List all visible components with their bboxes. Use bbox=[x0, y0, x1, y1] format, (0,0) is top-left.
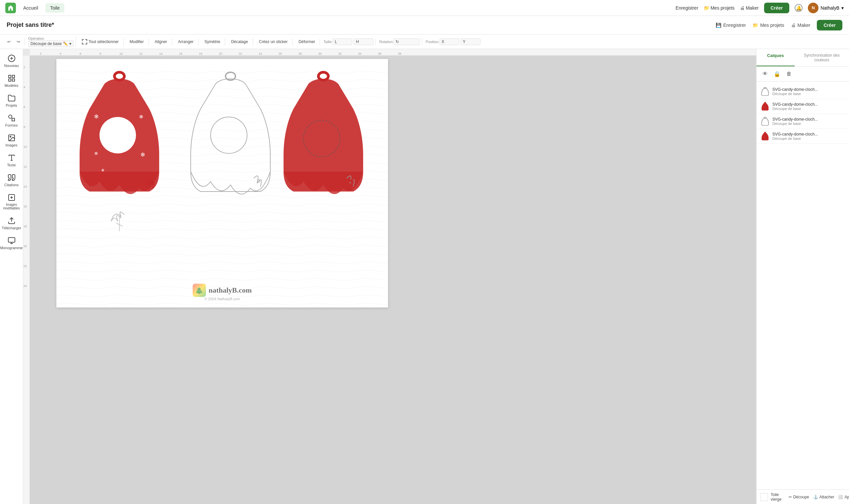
layer-sub: Découpe de base bbox=[773, 107, 845, 111]
canvas-content[interactable]: ❄ ❄ ❄ ❄ ❄ bbox=[30, 56, 756, 504]
sidebar-label-monogramme: Monogramme bbox=[0, 246, 23, 250]
ruler-horizontal: 2 4 6 8 10 12 14 16 18 20 22 24 26 28 30… bbox=[30, 49, 756, 56]
width-input[interactable]: L bbox=[332, 38, 352, 45]
maker-action[interactable]: 🖨 Maker bbox=[791, 22, 811, 28]
sidebar-item-citations[interactable]: Citations bbox=[1, 171, 22, 190]
pencil-icon: ✏️ bbox=[63, 41, 68, 46]
creer-button[interactable]: Créer bbox=[764, 3, 790, 13]
mes-projets-button[interactable]: 📁 Mes projets bbox=[704, 5, 734, 11]
sidebar-item-projets[interactable]: Projets bbox=[1, 91, 22, 110]
toile-label: Toile vierge bbox=[771, 492, 785, 502]
layer-sub: Découpe de base bbox=[773, 92, 845, 96]
svg-rect-15 bbox=[8, 238, 15, 242]
watermark: 🎄 nathalyB.com © 2024 NathalyB.com bbox=[193, 284, 252, 301]
sidebar-label-texte: Texte bbox=[7, 163, 16, 167]
sidebar-label-images-modifiables: Images modifiables bbox=[2, 203, 21, 210]
main-toolbar: ↩ ↪ Opération Découpe de base ✏️ ▾ Tout … bbox=[0, 34, 849, 49]
attacher-button[interactable]: ⚓ Attacher bbox=[813, 495, 834, 499]
avatar: N bbox=[808, 3, 818, 13]
watermark-text: nathalyB.com bbox=[209, 286, 252, 294]
enregistrer-action[interactable]: 💾 Enregistrer bbox=[716, 22, 746, 28]
tab-calques[interactable]: Calques bbox=[757, 49, 795, 66]
sidebar-item-images-modifiables[interactable]: Images modifiables bbox=[1, 191, 22, 213]
layer-item[interactable]: SVG-candy-dome-cloch... Découpe de base bbox=[757, 114, 849, 129]
layer-icon-outline bbox=[760, 87, 770, 96]
rotation-input[interactable]: ↻ bbox=[393, 38, 420, 45]
eye-icon[interactable]: 👁 bbox=[760, 69, 770, 78]
aligner-group: Aligner bbox=[150, 38, 172, 46]
decoupe-button[interactable]: ✂ Découpe bbox=[789, 495, 809, 499]
sticker-button[interactable]: Créez un sticker bbox=[256, 38, 291, 46]
sidebar-item-telecharger[interactable]: Télécharger bbox=[1, 214, 22, 233]
sidebar-label-citations: Citations bbox=[4, 183, 19, 187]
layer-sub: Découpe de base bbox=[773, 122, 845, 126]
layer-item[interactable]: SVG-candy-dome-cloch... Découpe de base bbox=[757, 84, 849, 99]
tout-selectionner-button[interactable]: Tout sélectionner bbox=[79, 38, 121, 46]
sidebar-item-modeles[interactable]: Modèles bbox=[1, 72, 22, 90]
svg-point-10 bbox=[10, 136, 11, 137]
sidebar-item-formes[interactable]: Formes bbox=[1, 111, 22, 130]
sidebar-label-nouveau: Nouveau bbox=[4, 64, 19, 68]
layer-text: SVG-candy-dome-cloch... Découpe de base bbox=[773, 117, 845, 126]
sidebar-item-monogramme[interactable]: Monogramme bbox=[1, 234, 22, 252]
arranger-button[interactable]: Arranger bbox=[175, 38, 196, 46]
right-toolbar: 👁 🔒 🗑 bbox=[757, 67, 849, 82]
modifier-button[interactable]: Modifier bbox=[127, 38, 146, 46]
position-label: Position bbox=[426, 40, 438, 44]
toile-vierge: Toile vierge bbox=[760, 492, 785, 502]
sidebar-item-images[interactable]: Images bbox=[1, 131, 22, 150]
svg-rect-8 bbox=[12, 118, 15, 121]
project-bar: Projet sans titre* 💾 Enregistrer 📁 Mes p… bbox=[0, 16, 849, 34]
svg-point-36 bbox=[764, 117, 766, 118]
svg-text:❄: ❄ bbox=[139, 114, 143, 120]
tab-accueil[interactable]: Accueil bbox=[19, 3, 43, 13]
project-title[interactable]: Projet sans titre* bbox=[7, 21, 54, 29]
app-logo[interactable] bbox=[5, 3, 16, 13]
folder-icon: 📁 bbox=[752, 22, 758, 28]
right-tabs: Calques Synchronisation des couleurs bbox=[757, 49, 849, 67]
operation-group: Opération Découpe de base ✏️ ▾ bbox=[26, 36, 76, 47]
creer-action-button[interactable]: Créer bbox=[817, 20, 842, 31]
tab-toile[interactable]: Toile bbox=[46, 3, 64, 13]
bell-designs: ❄ ❄ ❄ ❄ ❄ bbox=[60, 66, 385, 281]
layer-item[interactable]: SVG-candy-dome-cloch... Découpe de base bbox=[757, 129, 849, 144]
mes-projets-action[interactable]: 📁 Mes projets bbox=[752, 22, 784, 28]
operation-select[interactable]: Découpe de base ✏️ ▾ bbox=[28, 40, 74, 47]
right-bottom-bar: Toile vierge ✂ Découpe ⚓ Attacher ⬜ Apla… bbox=[757, 489, 849, 504]
lock-icon[interactable]: 🔒 bbox=[773, 69, 782, 78]
decalage-button[interactable]: Décalage bbox=[228, 38, 251, 46]
aligner-button[interactable]: Aligner bbox=[152, 38, 170, 46]
sidebar-item-nouveau[interactable]: Nouveau bbox=[1, 52, 22, 70]
tab-sync[interactable]: Synchronisation des couleurs bbox=[795, 49, 849, 66]
svg-point-31 bbox=[350, 179, 353, 183]
height-input[interactable]: H bbox=[353, 38, 374, 45]
redo-button[interactable]: ↪ bbox=[14, 38, 22, 46]
layer-item[interactable]: SVG-candy-dome-cloch... Découpe de base bbox=[757, 99, 849, 114]
trash-icon[interactable]: 🗑 bbox=[784, 69, 794, 78]
right-panel: Calques Synchronisation des couleurs 👁 🔒… bbox=[756, 49, 849, 504]
user-info[interactable]: N NathalyB ▾ bbox=[808, 3, 844, 13]
canvas-white-area[interactable]: ❄ ❄ ❄ ❄ ❄ bbox=[56, 59, 388, 307]
svg-text:❄: ❄ bbox=[140, 151, 145, 158]
undo-button[interactable]: ↩ bbox=[5, 38, 13, 46]
canvas-area[interactable]: 2 4 6 8 10 12 14 16 18 20 22 24 26 28 30… bbox=[23, 49, 756, 504]
symetrie-button[interactable]: Symétrie bbox=[202, 38, 223, 46]
layer-text: SVG-candy-dome-cloch... Découpe de base bbox=[773, 102, 845, 111]
svg-rect-4 bbox=[12, 75, 15, 77]
decalage-group: Décalage bbox=[226, 38, 253, 46]
svg-point-19 bbox=[100, 117, 136, 154]
deformer-button[interactable]: Déformer bbox=[296, 38, 318, 46]
layer-name: SVG-candy-dome-cloch... bbox=[773, 102, 826, 107]
main-layout: Nouveau Modèles Projets Formes Images bbox=[0, 49, 849, 504]
aplatir-button[interactable]: ⬜ Aplatir bbox=[838, 495, 849, 499]
notification-icon[interactable]: 🔔 bbox=[795, 4, 802, 12]
rotation-group: Rotation ↻ bbox=[377, 38, 422, 45]
modifier-group: Modifier bbox=[125, 38, 149, 46]
svg-point-29 bbox=[318, 72, 328, 80]
sidebar-item-texte[interactable]: Texte bbox=[1, 151, 22, 170]
enregistrer-button[interactable]: Enregistrer bbox=[676, 5, 698, 11]
x-input[interactable]: X bbox=[439, 38, 459, 45]
maker-button[interactable]: 🖨 Maker bbox=[740, 5, 759, 11]
sticker-group: Créez un sticker bbox=[254, 38, 293, 46]
y-input[interactable]: Y bbox=[461, 38, 481, 45]
